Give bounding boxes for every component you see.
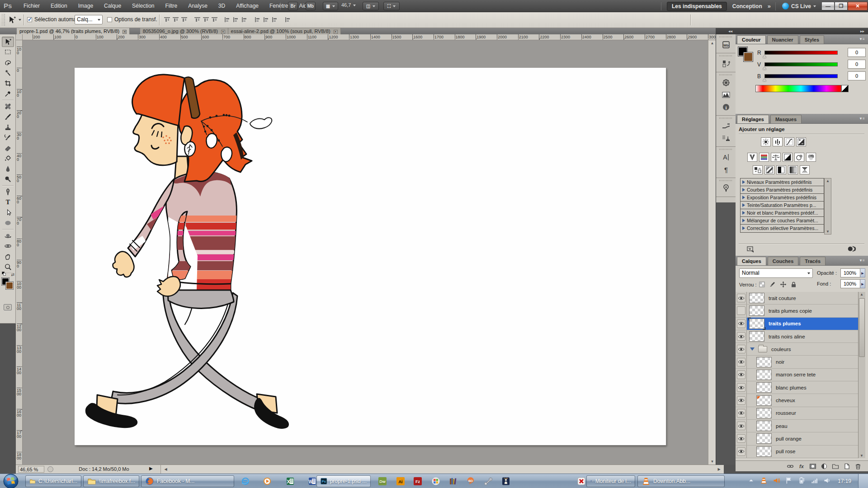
taskbar-dw-app[interactable]: [374, 475, 391, 487]
layer-row-peau[interactable]: peau: [736, 420, 858, 432]
layers-scrollbar[interactable]: ▲ ▼: [858, 292, 865, 458]
close-button[interactable]: ✕: [848, 2, 868, 10]
layer-row-blanc-plumes[interactable]: blanc plumes: [736, 381, 858, 394]
align-dist-v-button[interactable]: [232, 16, 240, 23]
tray-vlc-icon[interactable]: [760, 477, 768, 486]
align-right-button[interactable]: [211, 16, 218, 23]
tab-close-icon[interactable]: ✕: [221, 30, 225, 34]
layer-row-trait-couture[interactable]: trait couture: [736, 292, 858, 305]
quick-mask-button[interactable]: [4, 304, 12, 310]
selective-adjustment-icon[interactable]: [800, 165, 810, 174]
layer-visibility-toggle[interactable]: [736, 305, 747, 317]
layer-visibility-toggle[interactable]: [736, 420, 747, 432]
layer-thumbnail[interactable]: [756, 395, 772, 406]
group-expand-icon[interactable]: [750, 347, 755, 351]
align-dist-h-button[interactable]: [263, 16, 270, 23]
transform-checkbox-box[interactable]: [107, 17, 112, 22]
workspace-essentials-button[interactable]: Les indispensables: [667, 2, 727, 11]
character-panel-icon[interactable]: [718, 151, 734, 163]
horizontal-scrollbar[interactable]: ◀ ▶: [160, 465, 724, 474]
minimize-button[interactable]: —: [821, 2, 835, 10]
document-tab-1[interactable]: 80535096_o.jpg @ 300% (RVB/8)✕: [140, 28, 228, 34]
document-tab-0[interactable]: propre-1.psd @ 46,7% (traits plumes, RVB…: [17, 28, 130, 34]
align-dist-left-button[interactable]: [254, 16, 262, 23]
puppet-panel-icon[interactable]: [718, 183, 734, 194]
brushes-panel-icon[interactable]: [718, 120, 734, 132]
photofilter-adjustment-icon[interactable]: [794, 153, 804, 162]
pen-tool[interactable]: [2, 187, 14, 197]
layer-row-pull-rose[interactable]: pull rose: [736, 446, 858, 458]
hue-adjustment-icon[interactable]: [759, 153, 769, 162]
layer-visibility-toggle[interactable]: [736, 369, 747, 381]
tab-close-icon[interactable]: ✕: [334, 30, 338, 34]
layers-menu-icon[interactable]: ▼≡: [859, 258, 865, 263]
clonesrc-panel-icon[interactable]: [718, 132, 734, 144]
spectrum-bw-swatch[interactable]: [841, 85, 849, 92]
background-color-swatch[interactable]: [6, 282, 13, 289]
taskbar-photoshop-window[interactable]: propre-1.psd ...: [316, 475, 371, 487]
workspace-more-button[interactable]: »: [768, 3, 775, 9]
taskbar-folder-window[interactable]: C:\Users\charl...: [25, 475, 81, 487]
invert-adjustment-icon[interactable]: [753, 165, 763, 174]
align-bottom-button[interactable]: [180, 16, 188, 23]
wand-tool[interactable]: [2, 68, 14, 78]
bw-adjustment-icon[interactable]: [783, 153, 793, 162]
color-tab-styles[interactable]: Styles: [800, 35, 824, 44]
taskbar-excel-app[interactable]: [282, 475, 299, 487]
menu-analyse[interactable]: Analyse: [183, 0, 213, 12]
channel-slider-marker[interactable]: [763, 79, 766, 81]
align-dist-top-button[interactable]: [224, 16, 231, 23]
presets-scrollbar[interactable]: ▲ ▼: [824, 178, 831, 235]
layer-row-noir[interactable]: noir: [736, 356, 858, 368]
color-tab-couleur[interactable]: Couleur: [737, 35, 766, 44]
align-dist-right-button[interactable]: [271, 16, 279, 23]
layer-row-cheveux[interactable]: cheveux: [736, 394, 858, 407]
vibrance-adjustment-icon[interactable]: [747, 153, 757, 162]
layer-name[interactable]: couleurs: [771, 347, 791, 352]
wheel-panel-icon[interactable]: [718, 77, 734, 89]
taskbar-fz-app[interactable]: [409, 475, 426, 487]
fill-spinner[interactable]: ▶: [860, 279, 865, 288]
taskbar-ie-app[interactable]: [237, 475, 254, 487]
align-hcenter-button[interactable]: [202, 16, 210, 23]
layer-row-marron-serre-tete[interactable]: marron serre tete: [736, 369, 858, 381]
panel-background-swatch[interactable]: [744, 52, 753, 61]
opacity-spinner[interactable]: ▶: [860, 268, 865, 277]
tray-volume-icon[interactable]: [823, 477, 831, 486]
align-top-button[interactable]: [163, 16, 171, 23]
document-canvas[interactable]: [75, 68, 666, 445]
taskbar-wmp-app[interactable]: [259, 475, 276, 487]
channel-value[interactable]: 0: [848, 60, 866, 69]
tray-flag-icon[interactable]: [785, 477, 793, 486]
layer-name[interactable]: cheveux: [776, 398, 795, 403]
layer-visibility-toggle[interactable]: [736, 292, 747, 304]
marquee-tool[interactable]: [2, 47, 14, 57]
dodge-tool[interactable]: [2, 174, 14, 184]
align-vcenter-button[interactable]: [172, 16, 179, 23]
channel-slider-marker[interactable]: [763, 55, 766, 58]
layer-name[interactable]: noir: [776, 359, 784, 365]
restore-button[interactable]: ❐: [835, 2, 848, 10]
threshold-adjustment-icon[interactable]: [776, 165, 786, 174]
layer-name[interactable]: pull orange: [776, 436, 802, 441]
tray-soundorange-icon[interactable]: [773, 477, 780, 486]
channel-value[interactable]: 0: [848, 71, 866, 80]
link-layers-icon[interactable]: [787, 463, 794, 469]
new-group-icon[interactable]: [832, 463, 839, 469]
menu-sélection[interactable]: Sélection: [127, 0, 160, 12]
layer-visibility-toggle[interactable]: [736, 394, 747, 406]
tray-uparrow-icon[interactable]: [747, 477, 755, 486]
autoselect-target-dropdown[interactable]: Calq...: [75, 15, 103, 24]
balance-adjustment-icon[interactable]: [771, 153, 781, 162]
preset-row[interactable]: Mélangeur de couches Paramèt...: [741, 217, 824, 225]
layer-name[interactable]: traits plumes: [769, 321, 801, 326]
preset-row[interactable]: Noir et blanc Paramètres prédéf...: [741, 209, 824, 217]
crop-tool[interactable]: [2, 78, 14, 89]
align-auto-button[interactable]: [284, 16, 292, 23]
taskbar-books-app[interactable]: [445, 475, 462, 487]
paragraph-panel-icon[interactable]: [718, 164, 734, 175]
layers-tab-tracés[interactable]: Tracés: [800, 257, 826, 265]
layer-visibility-toggle[interactable]: [736, 318, 747, 330]
tab-close-icon[interactable]: ✕: [123, 30, 127, 34]
opacity-value[interactable]: 100%: [840, 268, 860, 277]
